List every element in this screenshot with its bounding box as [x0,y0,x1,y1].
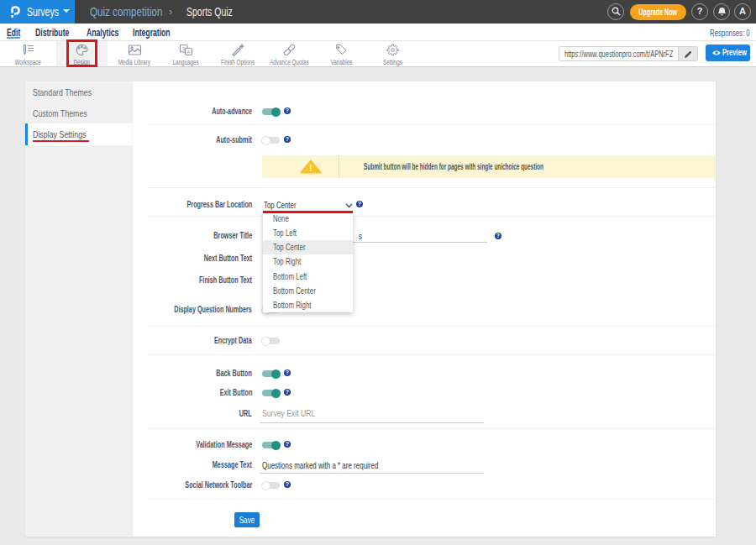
svg-text:!: ! [309,164,312,173]
svg-text:A: A [187,50,191,55]
